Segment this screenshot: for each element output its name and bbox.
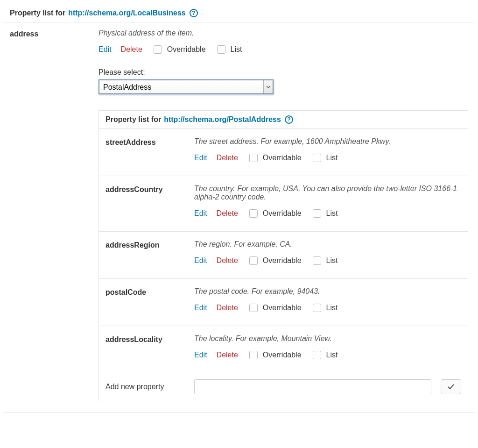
overridable-checkbox[interactable] [154,45,162,54]
overridable-group[interactable]: Overridable [247,349,302,361]
property-description: The postal code. For example, 94043. [194,287,461,296]
property-list-panel: Property list for http://schema.org/Loca… [3,4,475,413]
property-row: addressRegion The region. For example, C… [99,232,468,279]
edit-link[interactable]: Edit [194,256,207,265]
overridable-group[interactable]: Overridable [247,208,302,219]
delete-link[interactable]: Delete [217,351,238,359]
panel-header: Property list for http://schema.org/Loca… [3,4,475,22]
property-body: Physical address of the item. Edit Delet… [98,29,468,401]
list-group[interactable]: List [311,349,338,361]
property-body: The country. For example, USA. You can a… [194,185,461,219]
list-checkbox[interactable] [217,45,225,54]
property-body: The street address. For example, 1600 Am… [194,137,461,164]
property-row: addressCountry The country. For example,… [99,176,468,232]
property-actions: Edit Delete Overridable List [194,349,461,361]
list-checkbox[interactable] [313,351,321,359]
list-checkbox[interactable] [313,209,321,218]
add-property-input[interactable] [194,379,431,394]
property-description: The street address. For example, 1600 Am… [194,137,461,146]
check-icon [447,383,455,391]
list-checkbox[interactable] [313,304,321,312]
property-name: streetAddress [105,137,185,164]
property-actions: Edit Delete Overridable List [194,152,461,164]
list-label: List [326,351,338,359]
property-actions: Edit Delete Overridable List [194,255,461,266]
overridable-label: Overridable [263,351,302,359]
overridable-label: Overridable [167,45,206,54]
property-actions: Edit Delete Overridable List [194,208,461,219]
overridable-checkbox[interactable] [249,304,258,312]
overridable-group[interactable]: Overridable [247,152,302,164]
property-row-address: address Physical address of the item. Ed… [3,22,475,412]
help-icon[interactable]: ? [285,115,293,124]
edit-link[interactable]: Edit [194,154,207,162]
panel-title-link[interactable]: http://schema.org/LocalBusiness [68,9,186,17]
overridable-label: Overridable [263,154,302,162]
help-icon[interactable]: ? [190,9,198,17]
overridable-label: Overridable [263,209,302,218]
property-row: addressLocality The locality. For exampl… [99,326,468,373]
list-label: List [326,304,338,312]
list-group[interactable]: List [311,302,338,313]
edit-link[interactable]: Edit [194,351,207,359]
add-property-button[interactable] [441,379,461,394]
property-name: addressCountry [105,185,185,219]
list-group[interactable]: List [311,208,338,219]
list-checkbox[interactable] [313,256,321,265]
property-description: The country. For example, USA. You can a… [194,185,461,201]
property-body: The region. For example, CA. Edit Delete… [194,240,461,266]
property-name: address [10,29,89,401]
list-label: List [326,154,338,162]
property-name: postalCode [105,287,185,313]
property-actions: Edit Delete Overridable List [194,302,461,313]
list-group[interactable]: List [215,44,242,55]
edit-link[interactable]: Edit [194,209,207,218]
type-select[interactable]: PostalAddress [98,79,274,94]
property-row: postalCode The postal code. For example,… [99,279,468,326]
property-body: The locality. For example, Mountain View… [194,334,461,361]
delete-link[interactable]: Delete [217,209,238,218]
overridable-checkbox[interactable] [249,209,258,218]
overridable-group[interactable]: Overridable [247,255,302,266]
list-group[interactable]: List [311,152,338,164]
overridable-label: Overridable [263,304,302,312]
edit-link[interactable]: Edit [98,45,112,54]
select-label: Please select: [98,68,468,77]
list-label: List [231,45,242,54]
overridable-checkbox[interactable] [249,351,258,359]
overridable-group[interactable]: Overridable [152,44,206,55]
edit-link[interactable]: Edit [194,304,207,312]
property-name: addressRegion [105,240,185,266]
nested-title-link[interactable]: http://schema.org/PostalAddress [164,115,281,124]
add-property-row: Add new property [99,373,468,401]
delete-link[interactable]: Delete [217,304,238,312]
delete-link[interactable]: Delete [121,45,142,54]
type-select-wrap: PostalAddress [98,79,274,94]
nested-property-list-panel: Property list for http://schema.org/Post… [98,110,468,401]
delete-link[interactable]: Delete [217,154,238,162]
panel-title-prefix: Property list for [10,9,65,17]
nested-title-prefix: Property list for [105,115,161,124]
list-checkbox[interactable] [313,154,321,162]
list-label: List [326,256,338,265]
property-name: addressLocality [105,334,185,361]
property-description: The region. For example, CA. [194,240,461,249]
overridable-checkbox[interactable] [249,256,258,265]
overridable-label: Overridable [263,256,302,265]
overridable-checkbox[interactable] [249,154,258,162]
overridable-group[interactable]: Overridable [247,302,302,313]
delete-link[interactable]: Delete [217,256,238,265]
list-group[interactable]: List [311,255,338,266]
property-description: Physical address of the item. [98,29,468,37]
list-label: List [326,209,338,218]
add-property-label: Add new property [105,383,185,391]
property-row: streetAddress The street address. For ex… [99,129,468,176]
property-description: The locality. For example, Mountain View… [194,334,461,343]
property-actions: Edit Delete Overridable List [98,44,468,55]
property-body: The postal code. For example, 94043. Edi… [194,287,461,313]
nested-panel-header: Property list for http://schema.org/Post… [99,111,468,129]
